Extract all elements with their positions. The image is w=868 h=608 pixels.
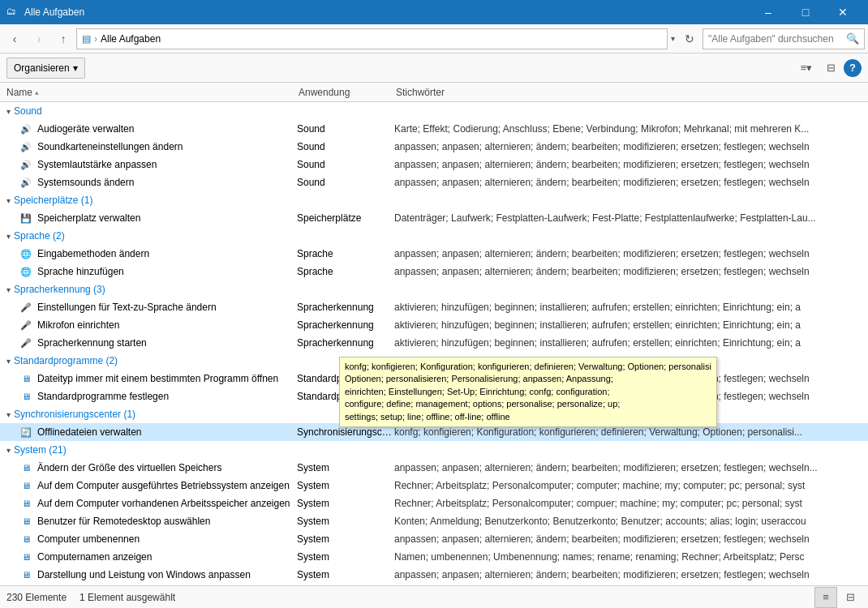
search-input[interactable] [708, 33, 846, 45]
status-view-tiles-button[interactable]: ⊟ [839, 587, 862, 608]
group-label-speicherplaetze: Speicherplätze (1) [14, 195, 92, 206]
group-header-sound[interactable]: ▾ Sound [0, 102, 868, 120]
system-icon: 🖥 [19, 550, 32, 563]
sound-icon: 🔊 [19, 176, 32, 189]
language-icon: 🌐 [19, 247, 32, 260]
organize-label: Organisieren [14, 62, 70, 74]
window-icon: 🗂 [6, 6, 19, 19]
status-selected: 1 Element ausgewählt [79, 592, 175, 603]
forward-button[interactable]: › [28, 28, 50, 50]
preview-pane-button[interactable]: ⊟ [819, 58, 842, 79]
breadcrumb-icon: ▤ [82, 33, 91, 45]
organize-button[interactable]: Organisieren ▾ [6, 58, 85, 79]
list-item[interactable]: 🖥 Computernamen anzeigen System Namen; u… [0, 548, 868, 566]
list-item[interactable]: 🖥 Computer umbenennen System anpassen; a… [0, 530, 868, 548]
list-item[interactable]: 🎤 Spracherkennung starten Spracherkennun… [0, 334, 868, 352]
language-icon: 🌐 [19, 265, 32, 278]
sound-icon: 🔊 [19, 140, 32, 153]
breadcrumb-path: Alle Aufgaben [101, 33, 161, 45]
refresh-button[interactable]: ↻ [678, 28, 701, 50]
tooltip-line5: settings; setup; line; offline; off-line… [345, 411, 711, 423]
col-header-name[interactable]: Name ▴ [6, 87, 299, 98]
system-icon: 🖥 [19, 461, 32, 474]
list-item[interactable]: 🖥 Darstellung und Leistung von Windows a… [0, 566, 868, 584]
window-controls: – □ ✕ [750, 0, 862, 24]
list-item[interactable]: 🔊 Systemsounds ändern Sound anpassen; an… [0, 173, 868, 191]
tooltip-popup: konfg; konfigieren; Konfiguration; konfi… [339, 357, 717, 427]
sort-arrow-icon: ▴ [35, 88, 39, 96]
list-item[interactable]: 🖥 Ändern der Größe des virtuellen Speich… [0, 459, 868, 477]
minimize-button[interactable]: – [750, 0, 787, 24]
system-icon: 🖥 [19, 515, 32, 528]
back-button[interactable]: ‹ [3, 28, 26, 50]
sound-icon: 🔊 [19, 122, 32, 135]
search-bar[interactable]: 🔍 [703, 28, 865, 49]
tooltip-line1: konfg; konfigieren; Konfiguration; konfi… [345, 361, 711, 373]
toolbar: Organisieren ▾ ≡▾ ⊟ ? [0, 54, 868, 83]
status-count: 230 Elemente [6, 592, 67, 603]
list-item[interactable]: 🖥 Auf dem Computer ausgeführtes Betriebs… [0, 477, 868, 495]
group-label-sound: Sound [14, 105, 42, 117]
search-icon: 🔍 [846, 32, 859, 45]
group-arrow-icon: ▾ [6, 357, 11, 366]
group-label-standardprogramme: Standardprogramme (2) [14, 355, 118, 366]
group-label-system: System (21) [14, 444, 67, 456]
speech-icon: 🎤 [19, 319, 32, 332]
list-item[interactable]: 🌐 Eingabemethoden ändern Sprache anpasse… [0, 245, 868, 263]
tooltip-line4: configure; define; management; options; … [345, 398, 711, 410]
title-bar: 🗂 Alle Aufgaben – □ ✕ [0, 0, 868, 24]
list-item[interactable]: 🔊 Systemlautstärke anpassen Sound anpass… [0, 156, 868, 173]
tooltip-line2: Optionen; personalisieren; Personalisier… [345, 373, 711, 385]
speech-icon: 🎤 [19, 301, 32, 314]
storage-icon: 💾 [19, 212, 32, 225]
group-label-sprache: Sprache (2) [14, 230, 65, 242]
speech-icon: 🎤 [19, 336, 32, 349]
list-item[interactable]: 💾 Speicherplatz verwalten Speicherplätze… [0, 209, 868, 227]
address-bar: ‹ › ↑ ▤ › Alle Aufgaben ▾ ↻ 🔍 [0, 24, 868, 54]
list-scroll[interactable]: ▾ Sound 🔊 Audiogeräte verwalten Sound Ka… [0, 102, 868, 585]
up-button[interactable]: ↑ [52, 28, 75, 50]
group-arrow-icon: ▾ [6, 107, 11, 116]
column-headers: Name ▴ Anwendung Stichwörter [0, 83, 868, 102]
list-area: Name ▴ Anwendung Stichwörter ▾ Sound 🔊 A… [0, 83, 868, 585]
default-programs-icon: 🖥 [19, 390, 32, 403]
group-header-spracherkennung[interactable]: ▾ Spracherkennung (3) [0, 280, 868, 298]
view-details-button[interactable]: ≡▾ [795, 58, 818, 79]
list-item[interactable]: 🔊 Soundkarteneinstellungen ändern Sound … [0, 138, 868, 156]
group-header-speicherplaetze[interactable]: ▾ Speicherplätze (1) [0, 191, 868, 209]
breadcrumb-separator: › [94, 33, 97, 45]
system-icon: 🖥 [19, 479, 32, 492]
system-icon: 🖥 [19, 533, 32, 546]
toolbar-right: ≡▾ ⊟ ? [795, 58, 862, 79]
list-item[interactable]: 🖥 Benutzer für Remotedesktop auswählen S… [0, 512, 868, 530]
breadcrumb-dropdown-icon[interactable]: ▾ [671, 34, 675, 43]
group-arrow-icon: ▾ [6, 232, 11, 241]
col-header-keywords[interactable]: Stichwörter [396, 87, 862, 98]
list-item[interactable]: 🎤 Einstellungen für Text-zu-Sprache ände… [0, 298, 868, 316]
group-header-system[interactable]: ▾ System (21) [0, 441, 868, 459]
list-item[interactable]: 🖥 Auf dem Computer vorhandenen Arbeitssp… [0, 495, 868, 512]
list-item[interactable]: 🎤 Mikrofon einrichten Spracherkennung ak… [0, 316, 868, 334]
col-header-application[interactable]: Anwendung [299, 87, 396, 98]
group-header-sprache[interactable]: ▾ Sprache (2) [0, 227, 868, 245]
default-programs-icon: 🖥 [19, 372, 32, 385]
status-bar-right: ≡ ⊟ [814, 587, 862, 608]
status-bar: 230 Elemente 1 Element ausgewählt ≡ ⊟ [0, 585, 868, 608]
close-button[interactable]: ✕ [824, 0, 862, 24]
list-item[interactable]: 🌐 Sprache hinzufügen Sprache anpassen; a… [0, 263, 868, 280]
breadcrumb-bar[interactable]: ▤ › Alle Aufgaben [76, 28, 668, 49]
maximize-button[interactable]: □ [787, 0, 824, 24]
help-button[interactable]: ? [844, 59, 862, 77]
sync-icon: 🔄 [19, 426, 32, 439]
sound-icon: 🔊 [19, 158, 32, 171]
system-icon: 🖥 [19, 497, 32, 510]
organize-arrow-icon: ▾ [73, 62, 78, 74]
status-view-details-button[interactable]: ≡ [814, 587, 837, 608]
list-item[interactable]: 🔊 Audiogeräte verwalten Sound Karte; Eff… [0, 120, 868, 138]
group-arrow-icon: ▾ [6, 446, 11, 455]
group-arrow-icon: ▾ [6, 196, 11, 205]
tooltip-line3: einrichten; Einstellungen; Set-Up; Einri… [345, 386, 711, 398]
group-label-synchronisierungscenter: Synchronisierungscenter (1) [14, 409, 135, 420]
group-arrow-icon: ▾ [6, 410, 11, 419]
main-content: Name ▴ Anwendung Stichwörter ▾ Sound 🔊 A… [0, 83, 868, 585]
